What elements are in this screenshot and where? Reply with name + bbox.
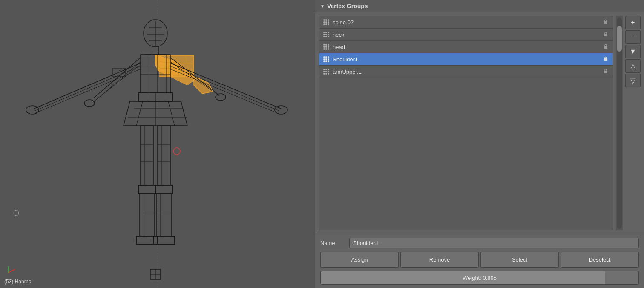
weight-value-label: Weight: 0.895 — [325, 275, 634, 281]
vertex-group-label: spine.02 — [333, 19, 603, 26]
lock-icon[interactable] — [603, 31, 610, 38]
vertex-group-icon — [322, 55, 330, 63]
properties-panel: ▼ Vertex Groups spine.02 neck head Shoul… — [315, 0, 644, 288]
vertex-group-icon — [322, 43, 330, 51]
vertex-groups-header: ▼ Vertex Groups — [315, 0, 644, 12]
vertex-group-item-head[interactable]: head — [319, 41, 613, 53]
move-down-button[interactable]: ▼ — [625, 45, 641, 58]
remove-button[interactable]: Remove — [400, 252, 479, 268]
scrollbar-track — [617, 17, 622, 229]
weight-slider[interactable]: Weight: 0.895 — [320, 271, 639, 285]
lock-icon[interactable] — [603, 19, 610, 26]
vertex-group-label: neck — [333, 32, 603, 38]
viewport-panel[interactable]: Front Ortho 10 Centimeters + — [0, 0, 315, 288]
vertex-group-icon — [322, 31, 330, 38]
vertex-group-list[interactable]: spine.02 neck head Shoulder.L armUpper.L — [319, 16, 613, 230]
move-up-button[interactable]: △ — [625, 59, 641, 73]
svg-rect-78 — [604, 46, 607, 49]
collapse-triangle-icon: ▼ — [320, 4, 325, 9]
vertex-group-name-input[interactable] — [349, 238, 639, 248]
name-row: Name: — [320, 238, 639, 248]
svg-rect-77 — [604, 34, 607, 36]
move-down2-button[interactable]: ▽ — [625, 74, 641, 87]
lock-icon[interactable] — [603, 43, 610, 50]
vertex-group-item-armUpperL[interactable]: armUpper.L — [319, 66, 613, 78]
vertex-groups-main: spine.02 neck head Shoulder.L armUpper.L… — [315, 12, 644, 288]
action-buttons-row: Assign Remove Select Deselect — [320, 252, 639, 268]
scrollbar-thumb[interactable] — [617, 26, 622, 52]
assign-button[interactable]: Assign — [320, 252, 399, 268]
vertex-group-label: armUpper.L — [333, 69, 603, 75]
add-vertex-group-button[interactable]: + — [625, 16, 641, 29]
viewport-object-label: (53) Hahmo — [4, 279, 31, 285]
remove-vertex-group-button[interactable]: − — [625, 30, 641, 44]
vertex-groups-top-area: spine.02 neck head Shoulder.L armUpper.L… — [315, 12, 644, 234]
deselect-button[interactable]: Deselect — [561, 252, 639, 268]
weight-row: Weight: 0.895 — [320, 271, 639, 285]
lock-icon[interactable] — [603, 68, 610, 75]
vertex-group-icon — [322, 18, 330, 26]
svg-rect-79 — [604, 58, 607, 61]
select-button[interactable]: Select — [480, 252, 559, 268]
svg-rect-76 — [604, 21, 607, 24]
lock-icon[interactable] — [603, 56, 610, 63]
vertex-group-controls: Name: Assign Remove Select Deselect Weig… — [315, 234, 644, 288]
vertex-group-item-spine02[interactable]: spine.02 — [319, 16, 613, 29]
vertex-group-icon — [322, 68, 330, 75]
vertex-group-side-buttons: + − ▼ △ ▽ — [625, 16, 641, 230]
vertex-group-item-neck[interactable]: neck — [319, 29, 613, 41]
vertex-group-label: head — [333, 44, 603, 50]
vertex-group-item-shoulderL[interactable]: Shoulder.L — [319, 53, 613, 66]
svg-rect-80 — [604, 71, 607, 73]
vertex-group-scrollbar[interactable] — [616, 16, 623, 230]
vertex-groups-title: Vertex Groups — [327, 3, 368, 9]
vertex-group-label: Shoulder.L — [333, 56, 603, 63]
name-field-label: Name: — [320, 240, 346, 246]
